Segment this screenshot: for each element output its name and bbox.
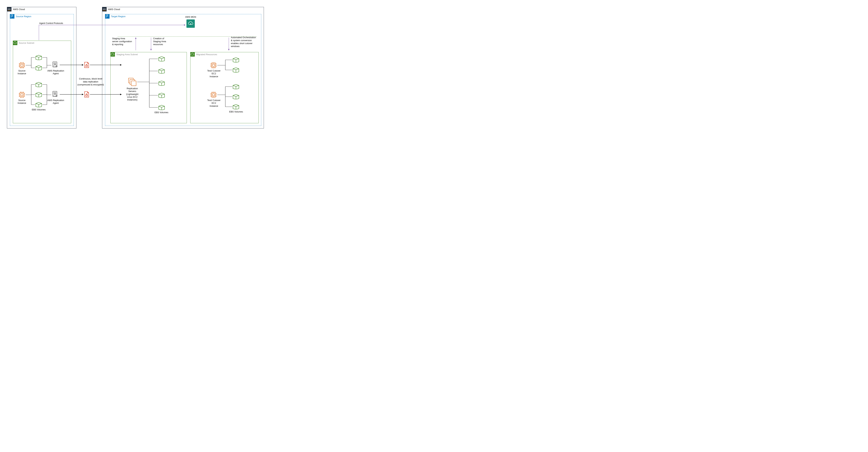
test-cutover-label-1: Test/ CutoverEC2Instance bbox=[206, 69, 222, 78]
ebs-volume-icon bbox=[158, 68, 165, 74]
replication-agent-icon bbox=[52, 91, 59, 98]
target-aws-cloud: aws AWS Cloud Target Region Staging bbox=[102, 7, 264, 128]
replication-servers-label: ReplicationServers(LightweightLinux EC2i… bbox=[123, 87, 142, 101]
svg-rect-3 bbox=[21, 64, 23, 66]
replication-servers-icon bbox=[128, 77, 137, 87]
svg-text:aws: aws bbox=[103, 8, 106, 10]
test-cutover-label-2: Test/ CutoverEC2Instance bbox=[206, 99, 222, 107]
agent-control-annotation: Agent Control Protocols bbox=[39, 22, 63, 25]
target-region-title: Target Region bbox=[110, 15, 125, 18]
aws-logo-icon: aws bbox=[102, 7, 106, 11]
cpu-icon bbox=[210, 91, 217, 98]
ebs-volume-icon bbox=[35, 92, 42, 97]
cloud-icon bbox=[111, 52, 115, 57]
architecture-diagram: aws AWS Cloud Source Region Source Subne… bbox=[7, 7, 264, 132]
ebs-volumes-label-staging: EBS Volumes bbox=[153, 111, 170, 114]
ebs-volume-icon bbox=[232, 104, 239, 109]
svg-rect-24 bbox=[20, 93, 24, 97]
svg-text:aws: aws bbox=[8, 8, 11, 10]
ebs-volumes-label-migrated: EBS Volumes bbox=[227, 110, 245, 113]
mgn-label: AWS MGN bbox=[183, 15, 198, 19]
staging-subnet-title: Staging Area Subnet bbox=[115, 53, 138, 56]
cpu-icon bbox=[210, 62, 217, 69]
ebs-volume-icon bbox=[232, 84, 239, 89]
svg-rect-81 bbox=[212, 93, 216, 97]
encrypted-doc-icon bbox=[84, 91, 89, 98]
svg-rect-2 bbox=[20, 63, 24, 67]
source-cloud-title: AWS Cloud bbox=[11, 8, 25, 10]
aws-mgn-service-icon bbox=[186, 20, 195, 28]
staging-config-annotation: Staging Areaserver configuration& report… bbox=[112, 37, 135, 46]
svg-rect-25 bbox=[21, 94, 23, 96]
ebs-volume-icon bbox=[35, 82, 42, 87]
ebs-volume-icon bbox=[158, 105, 165, 110]
replication-agent-icon bbox=[52, 61, 59, 69]
encrypted-doc-icon bbox=[84, 62, 89, 68]
aws-logo-icon: aws bbox=[7, 7, 11, 11]
flag-icon bbox=[105, 14, 110, 19]
ebs-volume-icon bbox=[158, 80, 165, 86]
ebs-volume-icon bbox=[158, 93, 165, 98]
ebs-volumes-label-source: EBS Volumes bbox=[31, 108, 47, 111]
source-instance-label-2: SourceInstance bbox=[16, 99, 28, 105]
svg-rect-63 bbox=[212, 63, 216, 67]
source-region-title: Source Region bbox=[14, 15, 31, 18]
ebs-volume-icon bbox=[232, 57, 239, 63]
ebs-volume-icon bbox=[158, 56, 165, 61]
flag-icon bbox=[10, 14, 14, 19]
replication-annotation: Continuous, block leveldata replication(… bbox=[77, 77, 104, 86]
ebs-volume-icon bbox=[35, 102, 42, 107]
source-instance-label-1: SourceInstance bbox=[16, 69, 28, 75]
staging-area-subnet: Staging Area Subnet bbox=[111, 52, 187, 123]
agent-label-1: AWS ReplicationAgent bbox=[46, 69, 65, 75]
ebs-volume-icon bbox=[232, 67, 239, 72]
migrated-subnet-title: Migrated Resources bbox=[195, 53, 217, 56]
ebs-volume-icon bbox=[35, 65, 42, 70]
staging-creation-annotation: Creation ofStaging Arearesources bbox=[153, 37, 172, 46]
svg-rect-52 bbox=[131, 81, 136, 86]
ebs-volume-icon bbox=[35, 55, 42, 60]
cloud-icon bbox=[190, 52, 195, 57]
ebs-volume-icon bbox=[232, 94, 239, 99]
target-cloud-title: AWS Cloud bbox=[106, 8, 120, 10]
cpu-icon bbox=[19, 62, 25, 69]
svg-rect-64 bbox=[213, 64, 215, 66]
source-subnet-title: Source Subnet bbox=[18, 42, 34, 44]
agent-label-2: AWS ReplicationAgent bbox=[46, 99, 65, 105]
cpu-icon bbox=[19, 91, 25, 98]
svg-rect-82 bbox=[213, 94, 215, 96]
migrated-resources-subnet: Migrated Resources bbox=[190, 52, 259, 123]
cloud-icon bbox=[13, 41, 18, 45]
orchestration-annotation: Automated Orchestration& system conversi… bbox=[231, 36, 259, 48]
